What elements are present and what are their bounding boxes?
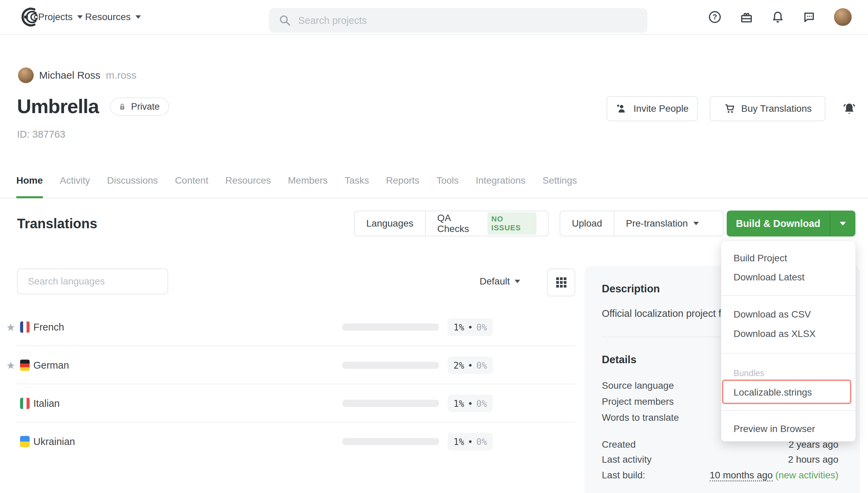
language-search[interactable]: [17, 268, 168, 294]
app-logo[interactable]: [18, 5, 41, 29]
nav-resources-menu[interactable]: Resources: [85, 0, 141, 34]
tab-activity[interactable]: Activity: [60, 170, 90, 198]
languages-label: Languages: [366, 218, 414, 229]
translated-percent: 1%: [453, 436, 464, 447]
nav-projects-label: Projects: [38, 12, 73, 22]
help-icon[interactable]: ?: [708, 10, 722, 24]
project-tabs: Home Activity Discussions Content Resour…: [16, 170, 577, 198]
chevron-down-icon: [840, 222, 846, 226]
translation-progress-bar: [342, 400, 439, 407]
menu-divider: [721, 295, 855, 296]
tab-settings[interactable]: Settings: [543, 170, 577, 198]
owner-avatar[interactable]: [18, 67, 34, 83]
view-switcher-button[interactable]: [547, 268, 575, 296]
chevron-down-icon: [693, 222, 699, 225]
buy-translations-button[interactable]: Buy Translations: [710, 96, 825, 121]
sort-selected-label: Default: [480, 276, 510, 287]
tab-tasks[interactable]: Tasks: [345, 170, 369, 198]
nav-projects-menu[interactable]: Projects: [38, 0, 83, 34]
tab-resources[interactable]: Resources: [225, 170, 271, 198]
tab-tools[interactable]: Tools: [436, 170, 459, 198]
bell-icon[interactable]: [771, 10, 785, 24]
ukrainian-flag-icon: [20, 436, 30, 447]
project-owner[interactable]: Michael Ross m.ross: [18, 67, 136, 83]
language-name[interactable]: French: [33, 322, 64, 333]
detail-label: Words to translate: [602, 412, 679, 423]
gift-icon[interactable]: [739, 10, 754, 24]
chevron-down-icon: [515, 280, 520, 283]
menu-item-download-csv[interactable]: Download as CSV: [734, 309, 811, 320]
search-icon: [278, 14, 291, 27]
translation-progress-bar: [342, 438, 439, 445]
invite-people-button[interactable]: Invite People: [607, 96, 698, 121]
translation-progress-bar: [342, 362, 439, 369]
project-notifications-bell-icon[interactable]: [841, 101, 857, 117]
tab-content[interactable]: Content: [175, 170, 208, 198]
dot-separator: •: [468, 322, 473, 332]
search-input[interactable]: [298, 15, 605, 27]
languages-button[interactable]: Languages: [355, 211, 425, 236]
grid-view-icon: [556, 277, 566, 288]
language-row-italian[interactable]: Italian 1% • 0%: [0, 384, 579, 422]
new-activities-link[interactable]: (new activities): [775, 470, 838, 480]
upload-pretranslation-group: Upload Pre-translation: [560, 211, 724, 236]
tab-home[interactable]: Home: [16, 170, 43, 198]
project-id: ID: 387763: [17, 129, 65, 140]
language-name[interactable]: Italian: [33, 398, 60, 409]
pretranslation-button[interactable]: Pre-translation: [614, 211, 710, 236]
menu-item-preview-in-browser[interactable]: Preview in Browser: [734, 423, 815, 434]
person-add-icon: [616, 103, 628, 115]
menu-section-bundles: Bundles: [734, 368, 764, 378]
sort-dropdown[interactable]: Default: [480, 272, 520, 291]
translations-heading: Translations: [17, 216, 97, 231]
top-navbar: Projects Resources ?: [0, 0, 868, 35]
tab-reports[interactable]: Reports: [386, 170, 419, 198]
star-icon[interactable]: ★: [6, 359, 15, 371]
tab-discussions[interactable]: Discussions: [107, 170, 158, 198]
build-download-menu-toggle[interactable]: [830, 211, 855, 236]
qa-checks-button[interactable]: QA Checks NO ISSUES: [425, 211, 548, 236]
upload-label: Upload: [572, 218, 602, 229]
language-row-ukrainian[interactable]: Ukrainian 1% • 0%: [0, 422, 579, 461]
language-name[interactable]: Ukrainian: [33, 436, 75, 447]
language-row-german[interactable]: ★ German 2% • 0%: [0, 346, 579, 384]
menu-item-build-project[interactable]: Build Project: [734, 253, 787, 264]
detail-label: Project members: [602, 396, 674, 407]
language-search-input[interactable]: [27, 276, 158, 287]
build-download-menu: Build Project Download Latest Download a…: [721, 241, 856, 442]
build-download-button[interactable]: Build & Download: [727, 211, 830, 236]
privacy-badge-label: Private: [131, 102, 160, 112]
dot-separator: •: [468, 360, 473, 370]
project-search[interactable]: [269, 8, 647, 33]
tab-members[interactable]: Members: [288, 170, 328, 198]
progress-badge: 1% • 0%: [448, 433, 493, 450]
approved-percent: 0%: [476, 398, 487, 409]
last-build-link[interactable]: 10 months ago: [710, 470, 773, 481]
progress-badge: 1% • 0%: [448, 395, 493, 412]
user-avatar[interactable]: [834, 8, 852, 26]
italian-flag-icon: [20, 398, 30, 409]
svg-text:?: ?: [712, 13, 717, 21]
detail-label: Source language: [602, 380, 674, 391]
language-row-french[interactable]: ★ French 1% • 0%: [0, 308, 579, 346]
menu-divider: [721, 353, 855, 354]
upload-button[interactable]: Upload: [560, 211, 614, 236]
qa-status-badge: NO ISSUES: [487, 212, 536, 235]
page-title: Umbrella: [17, 95, 99, 118]
menu-item-localizable-strings[interactable]: Localizable.strings: [734, 387, 812, 398]
language-name[interactable]: German: [33, 360, 69, 371]
languages-qa-group: Languages QA Checks NO ISSUES: [354, 211, 549, 236]
german-flag-icon: [20, 360, 30, 371]
build-download-split-button: Build & Download: [727, 211, 855, 236]
nav-resources-label: Resources: [85, 12, 131, 22]
menu-item-download-latest[interactable]: Download Latest: [734, 272, 805, 283]
privacy-badge: Private: [110, 97, 169, 116]
detail-value: 2 hours ago: [788, 454, 838, 465]
progress-badge: 2% • 0%: [448, 357, 493, 374]
tab-integrations[interactable]: Integrations: [476, 170, 526, 198]
translated-percent: 2%: [453, 360, 464, 370]
chevron-down-icon: [135, 15, 141, 19]
messages-icon[interactable]: [802, 10, 816, 24]
menu-item-download-xlsx[interactable]: Download as XLSX: [734, 328, 816, 339]
star-icon[interactable]: ★: [6, 321, 15, 333]
